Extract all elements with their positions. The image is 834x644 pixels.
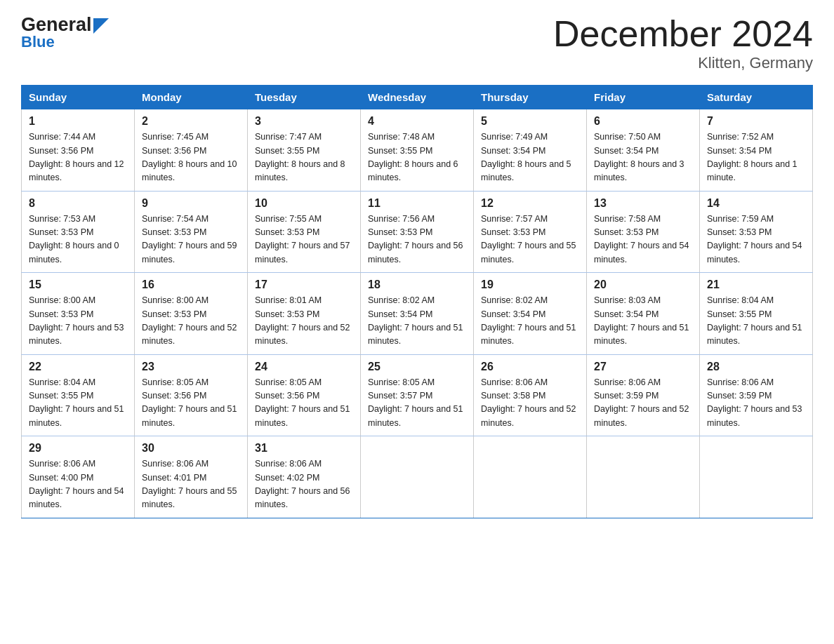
day-info: Sunrise: 8:06 AMSunset: 4:01 PMDaylight:… <box>142 457 240 512</box>
day-number: 6 <box>594 115 692 128</box>
calendar-cell: 7Sunrise: 7:52 AMSunset: 3:54 PMDaylight… <box>700 109 813 192</box>
calendar-cell: 14Sunrise: 7:59 AMSunset: 3:53 PMDayligh… <box>700 191 813 273</box>
day-number: 26 <box>481 361 579 373</box>
day-info: Sunrise: 8:06 AMSunset: 3:59 PMDaylight:… <box>594 376 692 431</box>
column-header-thursday: Thursday <box>474 86 587 109</box>
day-info: Sunrise: 8:06 AMSunset: 3:58 PMDaylight:… <box>481 376 579 431</box>
day-info: Sunrise: 8:02 AMSunset: 3:54 PMDaylight:… <box>481 294 579 349</box>
day-number: 13 <box>594 197 692 210</box>
calendar-cell: 24Sunrise: 8:05 AMSunset: 3:56 PMDayligh… <box>248 354 361 436</box>
calendar-week-row: 22Sunrise: 8:04 AMSunset: 3:55 PMDayligh… <box>22 354 813 436</box>
day-number: 10 <box>255 197 353 210</box>
day-number: 12 <box>481 197 579 210</box>
calendar-cell: 15Sunrise: 8:00 AMSunset: 3:53 PMDayligh… <box>22 273 135 355</box>
calendar-cell: 18Sunrise: 8:02 AMSunset: 3:54 PMDayligh… <box>361 273 474 355</box>
calendar-cell <box>700 436 813 518</box>
day-number: 31 <box>255 442 353 455</box>
column-header-saturday: Saturday <box>700 86 813 109</box>
day-info: Sunrise: 7:49 AMSunset: 3:54 PMDaylight:… <box>481 130 579 185</box>
day-info: Sunrise: 8:00 AMSunset: 3:53 PMDaylight:… <box>142 294 240 349</box>
calendar-cell: 29Sunrise: 8:06 AMSunset: 4:00 PMDayligh… <box>22 436 135 518</box>
day-number: 29 <box>29 442 127 455</box>
page-subtitle: Klitten, Germany <box>553 54 813 72</box>
calendar-cell: 3Sunrise: 7:47 AMSunset: 3:55 PMDaylight… <box>248 109 361 192</box>
day-number: 19 <box>481 279 579 291</box>
calendar-cell: 5Sunrise: 7:49 AMSunset: 3:54 PMDaylight… <box>474 109 587 192</box>
day-number: 22 <box>29 361 127 373</box>
calendar-week-row: 8Sunrise: 7:53 AMSunset: 3:53 PMDaylight… <box>22 191 813 273</box>
calendar-cell: 28Sunrise: 8:06 AMSunset: 3:59 PMDayligh… <box>700 354 813 436</box>
day-number: 24 <box>255 361 353 373</box>
day-info: Sunrise: 8:02 AMSunset: 3:54 PMDaylight:… <box>368 294 466 349</box>
column-header-wednesday: Wednesday <box>361 86 474 109</box>
day-info: Sunrise: 7:44 AMSunset: 3:56 PMDaylight:… <box>29 130 127 185</box>
day-info: Sunrise: 8:05 AMSunset: 3:56 PMDaylight:… <box>142 376 240 431</box>
day-number: 3 <box>255 115 353 128</box>
day-number: 1 <box>29 115 127 128</box>
svg-marker-0 <box>93 18 109 34</box>
calendar-table: SundayMondayTuesdayWednesdayThursdayFrid… <box>21 85 813 518</box>
day-number: 27 <box>594 361 692 373</box>
day-number: 2 <box>142 115 240 128</box>
calendar-cell: 6Sunrise: 7:50 AMSunset: 3:54 PMDaylight… <box>587 109 700 192</box>
day-info: Sunrise: 8:05 AMSunset: 3:56 PMDaylight:… <box>255 376 353 431</box>
calendar-cell: 20Sunrise: 8:03 AMSunset: 3:54 PMDayligh… <box>587 273 700 355</box>
calendar-week-row: 29Sunrise: 8:06 AMSunset: 4:00 PMDayligh… <box>22 436 813 518</box>
day-number: 18 <box>368 279 466 291</box>
column-header-sunday: Sunday <box>22 86 135 109</box>
day-info: Sunrise: 7:57 AMSunset: 3:53 PMDaylight:… <box>481 213 579 267</box>
calendar-cell <box>587 436 700 518</box>
calendar-cell: 9Sunrise: 7:54 AMSunset: 3:53 PMDaylight… <box>135 191 248 273</box>
day-number: 21 <box>707 279 805 291</box>
day-info: Sunrise: 8:06 AMSunset: 4:02 PMDaylight:… <box>255 457 353 512</box>
calendar-cell: 8Sunrise: 7:53 AMSunset: 3:53 PMDaylight… <box>22 191 135 273</box>
day-info: Sunrise: 8:06 AMSunset: 4:00 PMDaylight:… <box>29 457 127 512</box>
logo: General Blue <box>21 14 109 51</box>
day-number: 8 <box>29 197 127 210</box>
day-info: Sunrise: 7:45 AMSunset: 3:56 PMDaylight:… <box>142 130 240 185</box>
day-info: Sunrise: 8:03 AMSunset: 3:54 PMDaylight:… <box>594 294 692 349</box>
day-info: Sunrise: 8:00 AMSunset: 3:53 PMDaylight:… <box>29 294 127 349</box>
day-number: 17 <box>255 279 353 291</box>
calendar-cell: 10Sunrise: 7:55 AMSunset: 3:53 PMDayligh… <box>248 191 361 273</box>
column-header-friday: Friday <box>587 86 700 109</box>
day-info: Sunrise: 7:48 AMSunset: 3:55 PMDaylight:… <box>368 130 466 185</box>
calendar-cell: 12Sunrise: 7:57 AMSunset: 3:53 PMDayligh… <box>474 191 587 273</box>
page-header: General Blue December 2024 Klitten, Germ… <box>21 14 813 72</box>
calendar-cell: 4Sunrise: 7:48 AMSunset: 3:55 PMDaylight… <box>361 109 474 192</box>
calendar-week-row: 1Sunrise: 7:44 AMSunset: 3:56 PMDaylight… <box>22 109 813 192</box>
day-number: 23 <box>142 361 240 373</box>
calendar-cell: 30Sunrise: 8:06 AMSunset: 4:01 PMDayligh… <box>135 436 248 518</box>
day-info: Sunrise: 7:58 AMSunset: 3:53 PMDaylight:… <box>594 213 692 267</box>
calendar-cell: 16Sunrise: 8:00 AMSunset: 3:53 PMDayligh… <box>135 273 248 355</box>
day-info: Sunrise: 7:47 AMSunset: 3:55 PMDaylight:… <box>255 130 353 185</box>
day-info: Sunrise: 8:01 AMSunset: 3:53 PMDaylight:… <box>255 294 353 349</box>
title-block: December 2024 Klitten, Germany <box>553 14 813 72</box>
column-header-monday: Monday <box>135 86 248 109</box>
calendar-week-row: 15Sunrise: 8:00 AMSunset: 3:53 PMDayligh… <box>22 273 813 355</box>
day-number: 14 <box>707 197 805 210</box>
calendar-header-row: SundayMondayTuesdayWednesdayThursdayFrid… <box>22 86 813 109</box>
day-number: 16 <box>142 279 240 291</box>
day-info: Sunrise: 8:04 AMSunset: 3:55 PMDaylight:… <box>707 294 805 349</box>
day-info: Sunrise: 8:05 AMSunset: 3:57 PMDaylight:… <box>368 376 466 431</box>
day-info: Sunrise: 7:55 AMSunset: 3:53 PMDaylight:… <box>255 213 353 267</box>
day-number: 9 <box>142 197 240 210</box>
calendar-cell: 19Sunrise: 8:02 AMSunset: 3:54 PMDayligh… <box>474 273 587 355</box>
logo-blue-text: Blue <box>21 33 55 51</box>
page-title: December 2024 <box>553 14 813 54</box>
calendar-cell: 25Sunrise: 8:05 AMSunset: 3:57 PMDayligh… <box>361 354 474 436</box>
day-number: 15 <box>29 279 127 291</box>
calendar-cell: 22Sunrise: 8:04 AMSunset: 3:55 PMDayligh… <box>22 354 135 436</box>
logo-arrow-icon <box>93 18 109 34</box>
calendar-cell: 17Sunrise: 8:01 AMSunset: 3:53 PMDayligh… <box>248 273 361 355</box>
day-number: 7 <box>707 115 805 128</box>
day-number: 5 <box>481 115 579 128</box>
calendar-cell: 27Sunrise: 8:06 AMSunset: 3:59 PMDayligh… <box>587 354 700 436</box>
column-header-tuesday: Tuesday <box>248 86 361 109</box>
calendar-cell: 31Sunrise: 8:06 AMSunset: 4:02 PMDayligh… <box>248 436 361 518</box>
day-info: Sunrise: 7:56 AMSunset: 3:53 PMDaylight:… <box>368 213 466 267</box>
calendar-cell: 1Sunrise: 7:44 AMSunset: 3:56 PMDaylight… <box>22 109 135 192</box>
day-number: 30 <box>142 442 240 455</box>
day-info: Sunrise: 8:06 AMSunset: 3:59 PMDaylight:… <box>707 376 805 431</box>
